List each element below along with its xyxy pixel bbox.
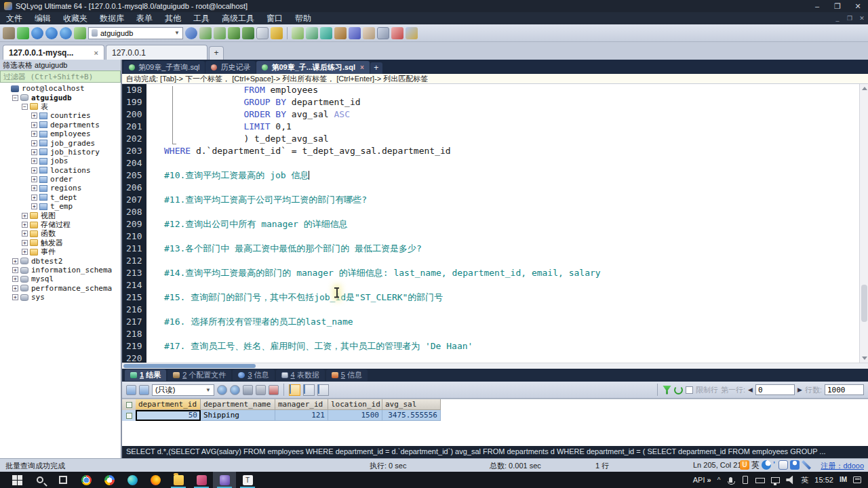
tree-item-employees[interactable]: +employees <box>0 129 121 138</box>
format-icon[interactable] <box>292 27 304 39</box>
expand-icon[interactable]: + <box>31 167 37 174</box>
ime-keyboard-icon[interactable] <box>778 460 788 470</box>
expand-icon[interactable]: + <box>12 276 18 282</box>
person-icon[interactable] <box>790 460 800 470</box>
chevron-up-icon[interactable]: ^ <box>717 476 721 485</box>
tree-item-atguigudb[interactable]: −atguigudb <box>0 93 121 102</box>
menu-item[interactable]: 窗口 <box>260 12 289 24</box>
taskbar-task-view-button[interactable] <box>52 472 75 488</box>
delete-row-icon[interactable] <box>256 385 266 395</box>
query-profiler-icon[interactable] <box>74 27 86 39</box>
expand-icon[interactable]: + <box>31 185 37 191</box>
line-code[interactable] <box>146 157 164 169</box>
apostrophe-icon[interactable]: ’ <box>773 460 776 470</box>
expand-icon[interactable]: » <box>707 476 711 484</box>
cancel-changes-icon[interactable] <box>269 385 279 395</box>
limit-rows-checkbox[interactable] <box>686 386 693 394</box>
data-compare-icon[interactable] <box>320 27 332 39</box>
sql-editor[interactable]: 198 FROM employees199 GROUP BY departmen… <box>122 84 868 369</box>
expand-icon[interactable]: + <box>31 113 37 119</box>
line-code[interactable]: GROUP BY department_id <box>146 96 361 108</box>
expand-icon[interactable]: + <box>12 294 18 300</box>
editor-tab[interactable]: 第09章_子...课后练习.sql× <box>256 61 369 74</box>
expand-icon[interactable]: + <box>31 149 37 155</box>
line-code[interactable]: #13.各个部门中 最高工资中最低的那个部门的 最低工资是多少? <box>146 243 422 255</box>
connection-tab[interactable]: 127.0.0.1 <box>106 45 208 60</box>
execute-icon[interactable] <box>31 27 43 39</box>
menu-item[interactable]: 工具 <box>187 12 216 24</box>
refresh-grid-icon[interactable] <box>217 385 227 395</box>
export-db-icon[interactable] <box>199 27 212 39</box>
line-code[interactable] <box>146 279 164 291</box>
grid-cell[interactable]: 50 <box>136 410 201 421</box>
previous-page-icon[interactable]: ◀ <box>748 386 753 393</box>
execute-all-icon[interactable] <box>45 27 58 39</box>
tree-item-表[interactable]: −表 <box>0 102 121 111</box>
expand-icon[interactable]: + <box>22 240 28 246</box>
tree-item-视图[interactable]: +视图 <box>0 211 121 220</box>
edit-mode-select[interactable]: (只读) ▼ <box>152 384 214 396</box>
sogou-icon[interactable]: U <box>740 460 749 470</box>
grid-multi-icon[interactable] <box>406 27 418 39</box>
tree-item-regions[interactable]: +regions <box>0 184 121 192</box>
new-connection-icon[interactable] <box>17 27 29 39</box>
tree-item-locations[interactable]: +locations <box>0 166 121 175</box>
editor-tab[interactable]: 历史记录 <box>205 61 256 74</box>
scroll-down-icon[interactable] <box>862 357 867 360</box>
tree-item-dbtest2[interactable]: +dbtest2 <box>0 256 121 265</box>
column-header[interactable]: manager_id <box>275 399 328 410</box>
grid-red-icon[interactable] <box>391 27 403 39</box>
result-tab[interactable]: 5 信息 <box>326 369 368 381</box>
first-row-input[interactable] <box>755 384 795 395</box>
menu-item[interactable]: 其他 <box>159 12 187 24</box>
line-code[interactable]: ORDER BY avg_sal ASC <box>146 108 350 121</box>
line-code[interactable] <box>146 255 164 267</box>
im-icon[interactable]: IM <box>840 476 847 485</box>
line-code[interactable] <box>146 328 164 340</box>
taskbar-sqlyog-button[interactable] <box>213 472 236 488</box>
maximize-button[interactable]: ❐ <box>827 2 848 11</box>
expand-icon[interactable]: + <box>12 267 18 273</box>
expand-icon[interactable]: + <box>31 176 37 182</box>
mdi-minimize-button[interactable]: _ <box>831 15 844 22</box>
menu-item[interactable]: 帮助 <box>289 12 317 24</box>
add-row-icon[interactable] <box>139 385 149 395</box>
save-changes-icon[interactable] <box>243 385 253 395</box>
column-header[interactable]: department_name <box>201 399 275 410</box>
line-code[interactable] <box>146 352 164 363</box>
grid-cell[interactable]: 1500 <box>328 410 382 421</box>
taskbar-firefox-button[interactable] <box>144 472 167 488</box>
menu-item[interactable]: 数据库 <box>94 12 130 24</box>
clock[interactable]: 15:52 <box>814 476 833 484</box>
tree-item-order[interactable]: +order <box>0 175 121 184</box>
expand-icon[interactable]: + <box>31 140 37 146</box>
minimize-button[interactable]: – <box>807 2 827 11</box>
select-all-cell[interactable] <box>122 399 136 410</box>
tree-item-root@localhost[interactable]: root@localhost <box>0 84 121 93</box>
lang-en-icon[interactable]: 英 <box>751 460 760 470</box>
mdi-restore-button[interactable]: ❐ <box>844 15 856 22</box>
expand-icon[interactable]: + <box>12 285 18 291</box>
menu-item[interactable]: 表单 <box>130 12 159 24</box>
taskbar-chrome-button[interactable] <box>75 472 98 488</box>
line-code[interactable]: #10.查询平均工资最高的 job 信息 <box>146 169 309 182</box>
taskbar-typora-button[interactable]: T <box>236 472 259 488</box>
tree-item-departments[interactable]: +departments <box>0 121 121 129</box>
next-page-icon[interactable]: ▶ <box>797 386 802 393</box>
tree-item-事件[interactable]: +事件 <box>0 247 121 256</box>
tree-item-函数[interactable]: +函数 <box>0 229 121 238</box>
refresh-icon[interactable] <box>674 386 683 394</box>
connect-icon[interactable] <box>3 27 15 39</box>
tree-item-job_history[interactable]: +job_history <box>0 148 121 157</box>
menu-item[interactable]: 高级工具 <box>216 12 260 24</box>
expand-icon[interactable]: + <box>31 158 37 164</box>
scrollbar-thumb[interactable] <box>123 364 256 368</box>
grid-cell[interactable]: 3475.555556 <box>382 410 441 421</box>
tree-item-t_dept[interactable]: +t_dept <box>0 193 121 202</box>
collapse-icon[interactable]: − <box>12 95 18 101</box>
display-icon[interactable] <box>771 477 780 483</box>
line-code[interactable]: #15. 查询部门的部门号，其中不包括job_id是"ST_CLERK"的部门号 <box>146 291 443 304</box>
grid-data-row[interactable]: 50Shipping12115003475.555556 <box>122 410 868 421</box>
line-code[interactable]: #11.查询平均工资高于公司平均工资的部门有哪些? <box>146 194 367 206</box>
expand-icon[interactable]: + <box>22 213 28 219</box>
